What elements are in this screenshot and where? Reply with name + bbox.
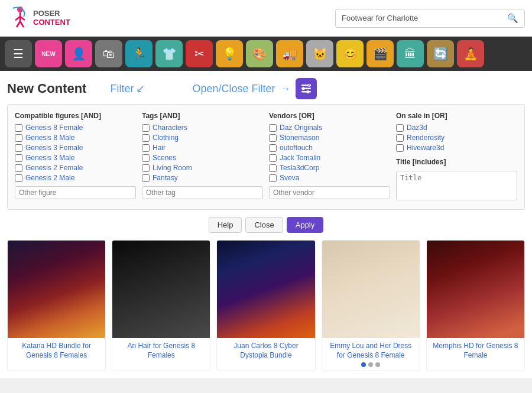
figure-genesis2f[interactable]: Genesis 2 Female — [15, 164, 136, 172]
nav-meditate-button[interactable]: 🧘 — [457, 40, 484, 67]
figure-genesis2m-label[interactable]: Genesis 2 Male — [25, 174, 74, 182]
vendor-tesla3dcorp-checkbox[interactable] — [269, 164, 277, 172]
tag-characters-label[interactable]: Characters — [153, 124, 187, 132]
nav-film-button[interactable]: 🎬 — [366, 40, 394, 67]
nav-run-button[interactable]: 🏃 — [125, 40, 153, 67]
figure-genesis8m[interactable]: Genesis 8 Male — [15, 134, 136, 142]
nav-bulb-button[interactable]: 💡 — [216, 40, 243, 67]
product-card-1[interactable]: An Hair for Genesis 8 Females — [112, 240, 210, 371]
tag-clothing-label[interactable]: Clothing — [153, 134, 179, 142]
vendor-sveva-checkbox[interactable] — [269, 174, 277, 182]
tag-fantasy-label[interactable]: Fantasy — [153, 174, 178, 182]
tag-characters[interactable]: Characters — [142, 124, 263, 132]
nav-paint-button[interactable]: 🎨 — [246, 40, 273, 67]
nav-bag-button[interactable]: 🛍 — [95, 40, 122, 67]
vendor-tesla3dcorp-label[interactable]: Tesla3dCorp — [280, 164, 319, 172]
vendor-outoftouch[interactable]: outoftouch — [269, 144, 390, 152]
on-sale-hiveware3d-label[interactable]: Hiveware3d — [407, 144, 444, 152]
vendor-daz-originals-label[interactable]: Daz Originals — [280, 124, 322, 132]
on-sale-hiveware3d[interactable]: Hiveware3d — [396, 144, 517, 152]
on-sale-daz3d-label[interactable]: Daz3d — [407, 124, 427, 132]
on-sale-hiveware3d-checkbox[interactable] — [396, 144, 404, 152]
figure-genesis2m[interactable]: Genesis 2 Male — [15, 174, 136, 182]
nav-shirt-button[interactable]: 👕 — [155, 40, 183, 67]
search-input[interactable] — [336, 10, 501, 26]
tag-fantasy-checkbox[interactable] — [142, 174, 150, 182]
tags-filter: Tags [AND] Characters Clothing Hair Scen… — [142, 112, 263, 202]
nav-truck-button[interactable]: 🚚 — [276, 40, 303, 67]
nav-scissors-button[interactable]: ✂ — [186, 40, 213, 67]
tag-fantasy[interactable]: Fantasy — [142, 174, 263, 182]
tag-living-room[interactable]: Living Room — [142, 164, 263, 172]
vendor-stonemason-checkbox[interactable] — [269, 134, 277, 142]
nav-building-button[interactable]: 🏛 — [397, 40, 424, 67]
svg-line-5 — [20, 21, 24, 27]
figure-genesis3f-label[interactable]: Genesis 3 Female — [25, 144, 83, 152]
tag-hair-checkbox[interactable] — [142, 144, 150, 152]
on-sale-renderosity[interactable]: Renderosity — [396, 134, 517, 142]
figure-genesis8m-label[interactable]: Genesis 8 Male — [25, 134, 74, 142]
figure-genesis3m[interactable]: Genesis 3 Male — [15, 154, 136, 162]
vendor-daz-originals[interactable]: Daz Originals — [269, 124, 390, 132]
search-button[interactable]: 🔍 — [501, 9, 524, 27]
nav-menu-button[interactable]: ☰ — [5, 40, 32, 67]
figure-genesis8f-label[interactable]: Genesis 8 Female — [25, 124, 83, 132]
product-card-0[interactable]: Katana HD Bundle for Genesis 8 Females — [7, 240, 106, 371]
tag-living-room-label[interactable]: Living Room — [153, 164, 192, 172]
product-card-3[interactable]: Emmy Lou and Her Dress for Genesis 8 Fem… — [322, 240, 420, 371]
tag-scenes-checkbox[interactable] — [142, 154, 150, 162]
nav-new-button[interactable]: NEW — [35, 40, 62, 67]
nav-person-button[interactable]: 👤 — [65, 40, 92, 67]
tag-clothing-checkbox[interactable] — [142, 134, 150, 142]
on-sale-daz3d[interactable]: Daz3d — [396, 124, 517, 132]
figure-genesis8f-checkbox[interactable] — [15, 124, 22, 132]
title-filter-input[interactable] — [396, 171, 517, 200]
vendor-stonemason[interactable]: Stonemason — [269, 134, 390, 142]
vendor-outoftouch-checkbox[interactable] — [269, 144, 277, 152]
figure-genesis3m-checkbox[interactable] — [15, 154, 22, 162]
figure-genesis3f[interactable]: Genesis 3 Female — [15, 144, 136, 152]
vendor-jack-tomalin-checkbox[interactable] — [269, 154, 277, 162]
other-vendor-input[interactable] — [269, 186, 390, 199]
vendor-jack-tomalin-label[interactable]: Jack Tomalin — [280, 154, 320, 162]
close-button[interactable]: Close — [245, 217, 283, 233]
product-image-0 — [8, 241, 105, 338]
vendor-sveva-label[interactable]: Sveva — [280, 174, 299, 182]
filter-toggle-button[interactable] — [296, 78, 317, 99]
tag-hair[interactable]: Hair — [142, 144, 263, 152]
tag-scenes[interactable]: Scenes — [142, 154, 263, 162]
figure-genesis2f-label[interactable]: Genesis 2 Female — [25, 164, 83, 172]
nav-cat-button[interactable]: 🐱 — [306, 40, 333, 67]
product-title-0: Katana HD Bundle for Genesis 8 Females — [8, 338, 105, 362]
vendor-daz-originals-checkbox[interactable] — [269, 124, 277, 132]
tag-living-room-checkbox[interactable] — [142, 164, 150, 172]
vendor-sveva[interactable]: Sveva — [269, 174, 390, 182]
tag-scenes-label[interactable]: Scenes — [153, 154, 176, 162]
header: POSER CONTENT 🔍 — [0, 0, 532, 37]
tag-characters-checkbox[interactable] — [142, 124, 150, 132]
other-tag-input[interactable] — [142, 186, 263, 199]
figure-genesis8m-checkbox[interactable] — [15, 134, 22, 142]
figure-genesis2m-checkbox[interactable] — [15, 174, 22, 182]
figure-genesis8f[interactable]: Genesis 8 Female — [15, 124, 136, 132]
vendor-tesla3dcorp[interactable]: Tesla3dCorp — [269, 164, 390, 172]
on-sale-renderosity-label[interactable]: Renderosity — [407, 134, 445, 142]
other-figure-input[interactable] — [15, 186, 136, 199]
tag-clothing[interactable]: Clothing — [142, 134, 263, 142]
nav-face-button[interactable]: 😊 — [336, 40, 364, 67]
vendor-jack-tomalin[interactable]: Jack Tomalin — [269, 154, 390, 162]
vendor-outoftouch-label[interactable]: outoftouch — [280, 144, 313, 152]
vendor-stonemason-label[interactable]: Stonemason — [280, 134, 319, 142]
figure-genesis3m-label[interactable]: Genesis 3 Male — [25, 154, 74, 162]
figure-genesis3f-checkbox[interactable] — [15, 144, 22, 152]
help-button[interactable]: Help — [209, 217, 242, 233]
product-card-4[interactable]: Memphis HD for Genesis 8 Female — [426, 240, 525, 371]
nav-clock-button[interactable]: 🔄 — [427, 40, 454, 67]
on-sale-renderosity-checkbox[interactable] — [396, 134, 404, 142]
figure-genesis2f-checkbox[interactable] — [15, 164, 22, 172]
tag-hair-label[interactable]: Hair — [153, 144, 166, 152]
filter-row: Compatible figures [AND] Genesis 8 Femal… — [15, 112, 517, 202]
on-sale-daz3d-checkbox[interactable] — [396, 124, 404, 132]
product-card-2[interactable]: Juan Carlos 8 Cyber Dystopia Bundle — [216, 240, 315, 371]
apply-button[interactable]: Apply — [287, 217, 324, 233]
